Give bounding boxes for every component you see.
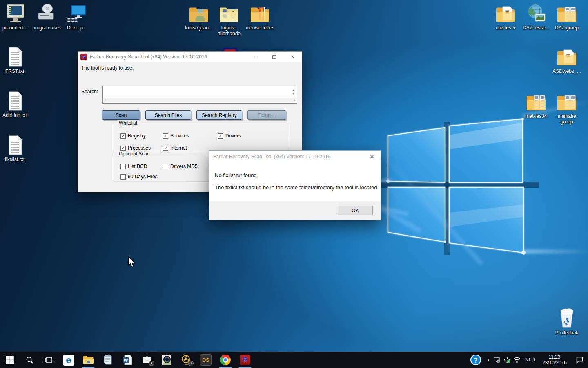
- checkbox-registry[interactable]: ✓Registry: [120, 133, 146, 139]
- desktop-icon-prullenbak[interactable]: Prullenbak: [552, 307, 581, 336]
- network-folder-icon: [214, 2, 244, 24]
- dialog-close-icon[interactable]: ✕: [363, 151, 381, 162]
- checkbox-box[interactable]: ✓: [163, 133, 168, 139]
- checkbox-processes[interactable]: ✓Processes: [120, 145, 151, 151]
- desktop-icon-label: pc-onderh...: [1, 25, 30, 31]
- search-registry-button[interactable]: Search Registry: [196, 110, 242, 120]
- checkbox-box[interactable]: ✓: [120, 133, 126, 139]
- dialog-titlebar[interactable]: Farbar Recovery Scan Tool (x64) Version:…: [209, 151, 381, 162]
- docs-folder-icon: [552, 91, 581, 112]
- wallpaper-beam: [365, 135, 484, 266]
- desktop: pc-onderh...programma'sDeze pcFRST.txtAd…: [0, 0, 588, 368]
- desktop-icon-label: Deze pc: [61, 25, 91, 31]
- desktop-icon-daz-les-5[interactable]: daz les 5: [491, 2, 520, 31]
- checkbox-90-days-files[interactable]: 90 Days Files: [120, 174, 158, 180]
- wallpaper-beam: [523, 249, 588, 254]
- language-indicator[interactable]: NLD: [522, 357, 538, 363]
- desktop-icon-mat-les34[interactable]: mat-les34: [521, 91, 551, 119]
- desktop-icon-frst-txt[interactable]: FRST.txt: [0, 46, 29, 74]
- checkbox-label: Drivers: [225, 133, 241, 139]
- checkbox-label: List BCD: [128, 164, 147, 169]
- computer-icon: [61, 2, 91, 24]
- search-vertical-scrollbar[interactable]: ▲▼: [290, 87, 296, 97]
- taskbar-file-explorer-icon[interactable]: [78, 352, 98, 368]
- tray-sync-icon[interactable]: [502, 356, 512, 364]
- checkbox-box[interactable]: [163, 164, 168, 169]
- checkbox-drivers-md5[interactable]: Drivers MD5: [163, 164, 198, 169]
- taskbar-badge: 3: [188, 361, 194, 366]
- taskbar-chrome-icon[interactable]: [216, 352, 235, 368]
- taskbar-photos-icon[interactable]: [157, 352, 176, 368]
- dialog-message-line2: The fixlist.txt should be in the same fo…: [215, 184, 379, 191]
- mouse-cursor: [128, 256, 136, 269]
- whitelist-group-label: Whitelist: [117, 120, 139, 126]
- image-folder-icon: [491, 2, 520, 24]
- whitelist-group: Whitelist ✓Registry✓Services✓Drivers✓Pro…: [114, 123, 290, 153]
- docs-folder-icon: [552, 2, 581, 24]
- checkbox-box[interactable]: [120, 174, 126, 180]
- tray-monitor-icon[interactable]: [492, 357, 502, 364]
- action-center-icon[interactable]: [571, 356, 588, 364]
- taskbar-task-view-icon[interactable]: [39, 352, 59, 368]
- taskbar-frst-icon[interactable]: R: [235, 352, 255, 368]
- desktop-icon-addition-txt[interactable]: Addition.txt: [0, 90, 29, 118]
- desktop-icon-label: mat-les34: [521, 113, 551, 119]
- user-folder-icon: [184, 2, 214, 24]
- desktop-icon-label: nieuwe tubes: [245, 25, 275, 31]
- recycle-bin-icon: [552, 307, 581, 329]
- system-tray: ? ▲ NLD 11:23 23/10/2016: [467, 352, 588, 368]
- search-label: Search:: [81, 89, 98, 94]
- checkbox-list-bcd[interactable]: List BCD: [120, 164, 147, 169]
- checkbox-drivers[interactable]: ✓Drivers: [218, 133, 241, 139]
- desktop-icon-nieuwe-tubes[interactable]: nieuwe tubes: [245, 2, 275, 31]
- checkbox-internet[interactable]: ✓Internet: [163, 145, 187, 151]
- checkbox-box[interactable]: ✓: [163, 146, 168, 151]
- desktop-icon-asdwebs[interactable]: ASDwebs_...: [552, 46, 581, 74]
- taskbar-mail-icon[interactable]: 1: [137, 352, 157, 368]
- desktop-icon-pc-onderhoud[interactable]: pc-onderh...: [1, 2, 30, 31]
- taskbar-notepad-icon[interactable]: [98, 352, 118, 368]
- taskbar-daz-studio-icon[interactable]: DS: [196, 352, 216, 368]
- taskbar-film-reel-icon[interactable]: 3: [176, 352, 196, 368]
- checkbox-box[interactable]: ✓: [120, 146, 126, 151]
- frst-window-title: Farbar Recovery Scan Tool (x64) Version:…: [90, 54, 247, 60]
- taskbar-search-icon[interactable]: [20, 352, 39, 368]
- wifi-icon[interactable]: [512, 357, 522, 363]
- maximize-button[interactable]: [265, 52, 283, 62]
- desktop-icon-label: daz les 5: [491, 25, 520, 31]
- ok-button[interactable]: OK: [338, 206, 373, 215]
- desktop-icon-deze-pc[interactable]: Deze pc: [61, 2, 91, 31]
- clock[interactable]: 11:23 23/10/2016: [538, 354, 571, 366]
- desktop-icon-programmas[interactable]: programma's: [32, 2, 61, 31]
- close-button[interactable]: ✕: [283, 52, 302, 62]
- desktop-icon-daz-lessen[interactable]: DAZ-lesse...: [521, 2, 551, 31]
- desktop-icon-animatie-groep[interactable]: animatie groep: [552, 91, 581, 125]
- checkbox-services[interactable]: ✓Services: [163, 133, 189, 139]
- desktop-icon-label: fikslist.txt: [0, 157, 29, 162]
- taskbar-start-icon[interactable]: [0, 352, 20, 368]
- taskbar-edge-icon[interactable]: e: [59, 352, 78, 368]
- text-file-icon: [0, 46, 29, 67]
- help-icon[interactable]: ?: [470, 355, 481, 365]
- checkbox-label: Internet: [170, 145, 187, 151]
- search-horizontal-scrollbar[interactable]: ‹›: [103, 98, 296, 103]
- checkbox-label: Processes: [128, 145, 151, 151]
- desktop-icon-label: ASDwebs_...: [552, 68, 581, 74]
- desktop-icon-logins-allerhande[interactable]: logins - allerhande: [214, 2, 244, 36]
- taskbar-badge: 1: [149, 361, 154, 366]
- minimize-button[interactable]: –: [247, 52, 265, 62]
- checkbox-label: Drivers MD5: [170, 164, 198, 169]
- frst-titlebar[interactable]: R Farbar Recovery Scan Tool (x64) Versio…: [78, 52, 302, 62]
- fixlist-dialog: Farbar Recovery Scan Tool (x64) Version:…: [209, 150, 381, 220]
- search-input[interactable]: ▲▼ ‹›: [102, 86, 297, 104]
- taskbar-word-icon[interactable]: W: [118, 352, 137, 368]
- checkbox-box[interactable]: [120, 164, 126, 169]
- chevron-up-icon[interactable]: ▲: [484, 358, 492, 362]
- desktop-icon-daz-groep[interactable]: DAZ groep: [552, 2, 581, 31]
- search-files-button[interactable]: Search Files: [145, 110, 191, 120]
- desktop-icon-fikslist-txt[interactable]: fikslist.txt: [0, 134, 29, 162]
- checkbox-box[interactable]: ✓: [218, 133, 223, 139]
- desktop-icon-louisa-jean[interactable]: louisa-jean...: [184, 2, 214, 31]
- cd-drive-icon: [32, 2, 61, 24]
- scan-button[interactable]: Scan: [102, 110, 140, 120]
